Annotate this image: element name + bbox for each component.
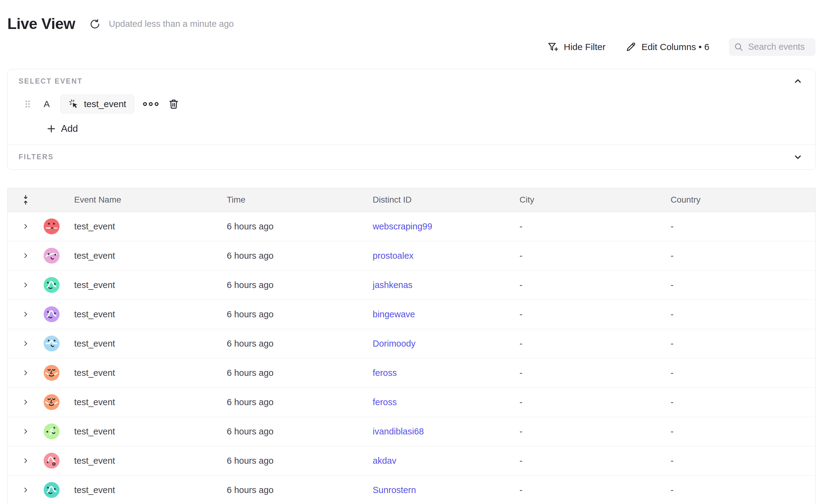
user-avatar xyxy=(43,394,59,410)
distinct-id-link[interactable]: feross xyxy=(373,397,397,407)
city-cell: - xyxy=(520,251,670,261)
expand-row-button[interactable] xyxy=(7,486,43,493)
event-name-cell: test_event xyxy=(74,221,227,232)
country-cell: - xyxy=(670,485,815,495)
trash-icon xyxy=(168,98,179,110)
delete-event-button[interactable] xyxy=(168,98,179,110)
user-avatar xyxy=(43,424,59,439)
event-name-cell: test_event xyxy=(74,397,227,407)
table-row[interactable]: test_event 6 hours ago akdav - - xyxy=(7,446,815,475)
event-name-cell: test_event xyxy=(74,427,227,436)
select-event-label: SELECT EVENT xyxy=(19,77,804,86)
filters-section[interactable]: FILTERS xyxy=(7,145,815,169)
city-cell: - xyxy=(520,397,670,407)
country-cell: - xyxy=(670,309,815,320)
user-avatar xyxy=(43,482,59,498)
collapse-all-rows-button[interactable] xyxy=(21,195,30,205)
distinct-id-link[interactable]: prostoalex xyxy=(373,251,414,260)
city-cell: - xyxy=(520,368,670,378)
column-header-distinct-id: Distinct ID xyxy=(373,195,520,205)
filters-label: FILTERS xyxy=(19,153,54,161)
time-cell: 6 hours ago xyxy=(227,309,373,320)
distinct-id-link[interactable]: Sunrostern xyxy=(373,485,416,495)
table-row[interactable]: test_event 6 hours ago feross - - xyxy=(7,359,815,388)
time-cell: 6 hours ago xyxy=(227,251,373,261)
add-event-button[interactable]: Add xyxy=(46,122,78,136)
search-icon xyxy=(734,42,743,52)
time-cell: 6 hours ago xyxy=(227,221,373,232)
more-options-icon xyxy=(142,100,159,108)
time-cell: 6 hours ago xyxy=(227,427,373,436)
expand-row-button[interactable] xyxy=(7,457,43,464)
time-cell: 6 hours ago xyxy=(227,397,373,407)
distinct-id-link[interactable]: bingewave xyxy=(373,309,415,319)
distinct-id-link[interactable]: jashkenas xyxy=(373,280,413,290)
page-title: Live View xyxy=(7,15,75,33)
search-box[interactable] xyxy=(729,38,816,56)
user-avatar xyxy=(43,365,59,381)
time-cell: 6 hours ago xyxy=(227,456,373,466)
toolbar: Hide Filter Edit Columns • 6 xyxy=(7,38,816,56)
expand-row-button[interactable] xyxy=(7,369,43,377)
user-avatar xyxy=(43,336,59,352)
event-options-button[interactable] xyxy=(142,100,159,108)
expand-row-button[interactable] xyxy=(7,223,43,230)
table-row[interactable]: test_event 6 hours ago Dorimoody - - xyxy=(7,329,815,359)
chevron-right-icon xyxy=(22,457,29,464)
table-row[interactable]: test_event 6 hours ago ivandiblasi68 - - xyxy=(7,417,815,446)
user-avatar xyxy=(43,218,59,234)
expand-row-button[interactable] xyxy=(7,252,43,259)
table-row[interactable]: test_event 6 hours ago jashkenas - - xyxy=(7,271,815,300)
table-row[interactable]: test_event 6 hours ago Sunrostern - - xyxy=(7,475,815,504)
table-row[interactable]: test_event 6 hours ago feross - - xyxy=(7,388,815,417)
edit-columns-button[interactable]: Edit Columns • 6 xyxy=(625,41,710,53)
table-row[interactable]: test_event 6 hours ago webscraping99 - - xyxy=(7,212,815,241)
city-cell: - xyxy=(520,456,670,466)
country-cell: - xyxy=(670,339,815,349)
event-letter: A xyxy=(43,99,50,109)
table-row[interactable]: test_event 6 hours ago prostoalex - - xyxy=(7,241,815,271)
time-cell: 6 hours ago xyxy=(227,280,373,290)
country-cell: - xyxy=(670,280,815,290)
hide-filter-label: Hide Filter xyxy=(564,42,606,52)
chevron-up-icon xyxy=(793,76,803,86)
updated-status: Updated less than a minute ago xyxy=(109,19,234,29)
country-cell: - xyxy=(670,221,815,232)
city-cell: - xyxy=(520,485,670,495)
click-cursor-icon xyxy=(68,98,80,109)
event-name-cell: test_event xyxy=(74,309,227,320)
collapse-vertical-icon xyxy=(21,195,30,205)
refresh-icon xyxy=(89,18,101,30)
hide-filter-button[interactable]: Hide Filter xyxy=(547,41,606,53)
distinct-id-link[interactable]: ivandiblasi68 xyxy=(373,427,424,436)
event-chip-label: test_event xyxy=(84,99,126,109)
distinct-id-link[interactable]: feross xyxy=(373,368,397,378)
edit-columns-label: Edit Columns • 6 xyxy=(642,42,710,52)
country-cell: - xyxy=(670,251,815,261)
chevron-down-icon xyxy=(793,152,803,162)
table-row[interactable]: test_event 6 hours ago bingewave - - xyxy=(7,300,815,329)
distinct-id-link[interactable]: webscraping99 xyxy=(373,221,432,231)
chevron-right-icon xyxy=(22,486,29,493)
refresh-button[interactable] xyxy=(88,18,101,31)
expand-row-button[interactable] xyxy=(7,398,43,406)
user-avatar xyxy=(43,248,59,264)
expand-row-button[interactable] xyxy=(7,428,43,435)
drag-handle[interactable] xyxy=(25,100,31,108)
distinct-id-link[interactable]: akdav xyxy=(373,456,396,466)
collapse-select-event-button[interactable] xyxy=(793,76,803,86)
expand-row-button[interactable] xyxy=(7,310,43,318)
table-header-row: Event Name Time Distinct ID City Country xyxy=(7,188,815,212)
distinct-id-link[interactable]: Dorimoody xyxy=(373,339,416,348)
pencil-icon xyxy=(625,41,637,53)
event-row: A test_event xyxy=(19,94,804,113)
event-select-button[interactable]: test_event xyxy=(60,94,134,113)
expand-filters-button[interactable] xyxy=(793,152,803,162)
plus-icon xyxy=(46,124,56,134)
event-name-cell: test_event xyxy=(74,456,227,466)
event-name-cell: test_event xyxy=(74,485,227,495)
country-cell: - xyxy=(670,368,815,378)
search-input[interactable] xyxy=(748,41,811,52)
expand-row-button[interactable] xyxy=(7,281,43,289)
expand-row-button[interactable] xyxy=(7,340,43,347)
